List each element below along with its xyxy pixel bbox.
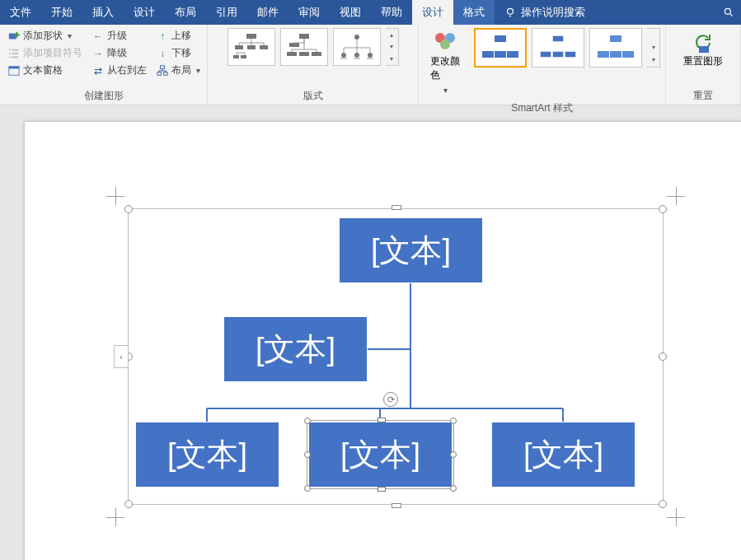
resize-handle[interactable]: [659, 500, 667, 508]
tell-me-search[interactable]: 操作说明搜索: [495, 0, 595, 25]
promote-button[interactable]: ← 升级: [89, 28, 150, 44]
tab-help[interactable]: 帮助: [371, 0, 412, 25]
smartart-node-child-1[interactable]: [文本]: [135, 422, 279, 488]
node-selection-frame: [307, 420, 454, 489]
style-option-3[interactable]: [589, 28, 642, 68]
tab-smartart-design[interactable]: 设计: [412, 0, 453, 25]
reset-graphic-button[interactable]: 重置图形: [677, 28, 729, 70]
tab-home[interactable]: 开始: [41, 0, 82, 25]
text-pane-button[interactable]: 文本窗格: [5, 63, 86, 78]
smartart-frame[interactable]: ‹ [文本] [文本] [文本] [文本] [文本] ⟳: [128, 208, 664, 505]
svg-rect-5: [9, 53, 11, 54]
resize-handle[interactable]: [124, 500, 133, 508]
chevron-down-icon: ▾: [390, 43, 393, 50]
svg-rect-3: [9, 49, 11, 50]
svg-rect-19: [241, 55, 246, 58]
svg-rect-33: [482, 51, 494, 58]
tab-layout[interactable]: 布局: [165, 0, 206, 25]
resize-handle[interactable]: [304, 451, 311, 458]
page[interactable]: ‹ [文本] [文本] [文本] [文本] [文本] ⟳: [25, 122, 741, 560]
tab-insert[interactable]: 插入: [82, 0, 124, 25]
crop-mark-icon: [669, 511, 682, 524]
text-pane-icon: [8, 65, 20, 77]
svg-rect-43: [610, 51, 621, 58]
layout-option-2[interactable]: [280, 28, 328, 66]
rtl-icon: ⇄: [92, 65, 104, 77]
smartart-node-top[interactable]: [文本]: [339, 217, 483, 283]
layout-button[interactable]: 布局▾: [153, 63, 204, 78]
resize-handle[interactable]: [450, 485, 457, 492]
tab-bar: 文件 开始 插入 设计 布局 引用 邮件 审阅 视图 帮助 设计 格式 操作说明…: [0, 0, 741, 25]
resize-handle[interactable]: [304, 418, 311, 424]
svg-rect-6: [12, 53, 18, 54]
svg-rect-44: [699, 46, 709, 53]
resize-handle[interactable]: [378, 418, 386, 422]
resize-handle[interactable]: [304, 485, 311, 492]
svg-point-0: [508, 8, 514, 14]
resize-handle[interactable]: [392, 503, 401, 508]
tell-me-label: 操作说明搜索: [521, 5, 585, 20]
change-colors-button[interactable]: 更改颜色 ▾: [424, 28, 467, 98]
svg-point-28: [368, 53, 373, 58]
add-shape-button[interactable]: 添加形状▾: [5, 28, 86, 44]
tab-file[interactable]: 文件: [0, 0, 41, 25]
svg-rect-4: [12, 49, 18, 50]
dropdown-arrow-icon: ▾: [443, 86, 448, 95]
svg-rect-10: [9, 66, 19, 68]
style-option-2[interactable]: [532, 28, 584, 68]
dropdown-arrow-icon: ▾: [196, 66, 200, 75]
resize-handle[interactable]: [659, 205, 667, 213]
resize-handle[interactable]: [450, 451, 457, 458]
lightbulb-icon: [504, 7, 516, 18]
arrow-up-icon: ↑: [157, 30, 168, 42]
group-label-reset: 重置: [666, 89, 740, 105]
demote-button[interactable]: → 降级: [89, 45, 150, 61]
group-reset: 重置图形 重置: [666, 25, 741, 105]
rtl-button[interactable]: ⇄ 从右到左: [89, 63, 150, 78]
layout-option-3[interactable]: [333, 28, 381, 66]
svg-rect-13: [164, 72, 167, 75]
move-up-button[interactable]: ↑ 上移: [153, 28, 204, 44]
add-shape-icon: [8, 30, 20, 42]
resize-handle[interactable]: [659, 352, 667, 361]
resize-handle[interactable]: [392, 205, 401, 210]
layouts-more-button[interactable]: ▴ ▾ ▾: [386, 28, 399, 66]
resize-handle[interactable]: [450, 418, 457, 424]
svg-rect-18: [233, 55, 239, 58]
svg-rect-41: [598, 51, 609, 58]
svg-rect-24: [312, 52, 321, 56]
arrow-right-icon: →: [92, 48, 104, 59]
style-option-1[interactable]: [474, 28, 527, 68]
colors-icon: [434, 31, 458, 51]
tab-review[interactable]: 审阅: [288, 0, 330, 25]
svg-rect-8: [12, 56, 18, 58]
smartart-node-child-3[interactable]: [文本]: [491, 422, 635, 488]
move-down-button[interactable]: ↓ 下移: [153, 45, 204, 61]
tab-view[interactable]: 视图: [330, 0, 371, 25]
svg-rect-16: [247, 45, 256, 49]
svg-rect-22: [287, 52, 297, 56]
text-pane-toggle[interactable]: ‹: [114, 345, 129, 368]
svg-rect-32: [495, 35, 506, 42]
crop-mark-icon: [669, 189, 682, 203]
dropdown-bar-icon: ▾: [390, 55, 393, 63]
search-icon-right[interactable]: [713, 0, 741, 25]
tab-design-page[interactable]: 设计: [124, 0, 165, 25]
resize-handle[interactable]: [124, 205, 133, 213]
tab-references[interactable]: 引用: [206, 0, 247, 25]
smartart-node-assistant[interactable]: [文本]: [223, 316, 368, 382]
resize-handle[interactable]: [378, 487, 386, 492]
svg-point-27: [354, 53, 359, 58]
svg-rect-42: [622, 51, 634, 58]
svg-point-26: [341, 53, 346, 58]
svg-rect-11: [160, 65, 164, 68]
tab-mailings[interactable]: 邮件: [247, 0, 288, 25]
tab-smartart-format[interactable]: 格式: [453, 0, 495, 25]
styles-more-button[interactable]: ▾ ▾: [647, 28, 660, 68]
svg-rect-15: [235, 45, 243, 49]
layout-option-1[interactable]: [227, 28, 275, 66]
svg-rect-34: [507, 51, 518, 58]
group-label-layouts: 版式: [208, 89, 418, 105]
chevron-up-icon: ▴: [390, 31, 393, 39]
rotate-handle[interactable]: ⟳: [383, 392, 398, 407]
